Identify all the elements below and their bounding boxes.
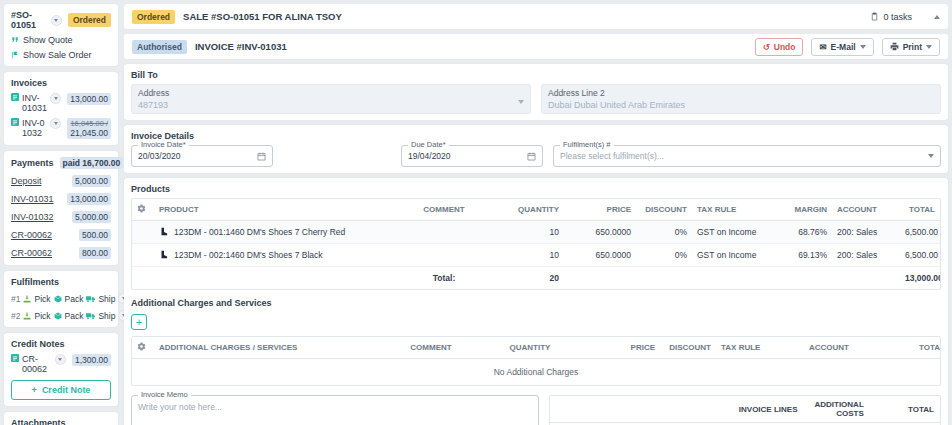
email-label: E-Mail [831,42,856,52]
invoice-item[interactable]: INV-01031 13,000.00 [11,93,111,113]
product-account: 200: Sales [832,221,900,244]
pack-label[interactable]: Pack [65,311,84,321]
product-total: 6,500.00 [900,244,940,267]
column-total: TOTAL [900,199,940,221]
product-tax-rule: GST on Income [692,244,780,267]
column-additional-costs: ADDITIONAL COSTS [803,396,869,423]
print-dropdown-icon [926,45,932,52]
show-sale-order-link[interactable]: Show Sale Order [11,50,111,60]
quote-icon [11,36,19,44]
bill-to-title: Bill To [131,70,941,80]
show-sale-order-label: Show Sale Order [23,50,92,60]
fulfilment-select-input[interactable] [560,151,928,161]
product-price: 650.0000 [564,244,636,267]
print-button[interactable]: Print [882,38,940,56]
products-title: Products [131,184,941,194]
credit-note-chevron-icon[interactable] [55,354,66,365]
sale-order-card: #SO-01051 Ordered Show Quote Show Sale O… [4,4,118,66]
products-total-amount: 13,000.00 [900,267,940,290]
fulfilment-number: #2 [11,311,20,321]
bill-to-section: Bill To Address 487193 Address Line 2 Du… [124,64,948,120]
product-total: 6,500.00 [900,221,940,244]
ship-icon [86,295,95,303]
column-account: ACCOUNT [832,199,900,221]
plus-icon: + [32,385,37,395]
product-name: 123DM - 001:1460 DM's Shoes 7 Cherry Red [174,227,345,237]
calendar-icon[interactable] [527,152,536,161]
attachments-card: Attachments Invoice INV-01031 for AlinaT… [4,412,118,425]
column-charges: ADDITIONAL CHARGES / SERVICES [154,337,372,359]
product-price: 650.0000 [564,221,636,244]
column-discount: DISCOUNT [636,199,692,221]
pick-label[interactable]: Pick [34,294,50,304]
invoice-memo-textarea[interactable] [132,396,538,425]
address-value: 487193 [138,100,524,110]
column-account: ACCOUNT [804,337,914,359]
gear-icon[interactable] [137,342,146,351]
invoice-new-amount: 21,045.00 [70,128,108,138]
payment-amount: 5,000.00 [72,175,111,187]
undo-icon: ↺ [763,42,770,52]
ship-label[interactable]: Ship [98,311,115,321]
address-field[interactable]: Address 487193 [131,84,531,114]
totals-table: INVOICE LINES ADDITIONAL COSTS TOTAL BEF… [549,395,941,425]
invoice-title: INVOICE #INV-01031 [195,41,287,52]
paid-badge: paid 16,700.00 [60,157,124,169]
sale-order-chevron-icon[interactable] [51,15,62,26]
invoice-date-input[interactable] [138,151,257,161]
column-total: TOTAL [870,396,940,423]
credit-note-label: CR-00062 [22,354,52,374]
sale-status-badge: Ordered [132,10,175,24]
invoice-date-label: Invoice Date* [138,140,189,149]
undo-label: Undo [774,42,796,52]
payment-link[interactable]: INV-01032 [11,212,54,222]
payment-link[interactable]: INV-01031 [11,194,54,204]
invoice-icon [11,118,19,126]
invoice-item-chevron-icon[interactable] [50,118,61,129]
pack-icon [54,295,62,303]
pick-label[interactable]: Pick [34,311,50,321]
column-tax-rule: TAX RULE [692,199,780,221]
invoice-status-badge: Authorised [132,40,187,54]
payments-title: Payments [11,158,54,168]
add-charge-button[interactable]: + [131,314,147,330]
no-charges-row: No Additional Charges [132,359,940,386]
sidebar: #SO-01051 Ordered Show Quote Show Sale O… [4,4,118,421]
fulfilment-select[interactable]: Fulfilment(s) # [553,145,941,167]
payment-link[interactable]: CR-00062 [11,248,52,258]
fulfilment-select-label: Fulfilment(s) # [560,140,614,149]
email-button[interactable]: ✉ E-Mail [811,38,873,56]
address-dropdown-icon [518,100,524,107]
payment-link[interactable]: Deposit [11,176,42,186]
payment-link[interactable]: CR-00062 [11,230,52,240]
due-date-field[interactable]: Due Date* [401,145,543,167]
ship-label[interactable]: Ship [98,294,115,304]
fulfilment-row: #1 Pick Pack Ship [11,293,111,304]
pack-icon [54,312,62,320]
gear-icon[interactable] [137,204,146,213]
invoice-header-bar: Authorised INVOICE #INV-01031 ↺ Undo ✉ E… [124,34,948,59]
print-label: Print [903,42,922,52]
invoice-date-field[interactable]: Invoice Date* [131,145,273,167]
invoice-item-label: INV-01032 [22,118,47,138]
ship-icon [86,312,95,320]
invoice-item-chevron-icon[interactable] [50,93,61,104]
attachments-title: Attachments [11,418,111,425]
address-line2-field[interactable]: Address Line 2 Dubai Dubai United Arab E… [541,84,941,114]
invoice-body-section: Products PRODUCT COMMENT QUANTITY PRICE … [124,178,948,425]
collapse-chevron-icon[interactable] [934,12,940,19]
email-icon: ✉ [819,42,826,52]
sale-header-bar: Ordered SALE #SO-01051 FOR ALINA TSOY 0 … [124,4,948,29]
show-quote-link[interactable]: Show Quote [11,35,111,45]
tasks-button[interactable]: 0 tasks [870,12,912,22]
column-comment: COMMENT [388,199,500,221]
calendar-icon[interactable] [257,152,266,161]
invoice-item[interactable]: INV-01032 16,045.00 / 21,045.00 [11,118,111,139]
credit-note-item[interactable]: CR-00062 1,300.00 [11,354,111,374]
pack-label[interactable]: Pack [65,294,84,304]
product-discount: 0% [636,244,692,267]
products-table: PRODUCT COMMENT QUANTITY PRICE DISCOUNT … [131,198,941,290]
due-date-input[interactable] [408,151,527,161]
add-credit-note-button[interactable]: + Credit Note [11,380,111,400]
undo-button[interactable]: ↺ Undo [755,38,804,56]
